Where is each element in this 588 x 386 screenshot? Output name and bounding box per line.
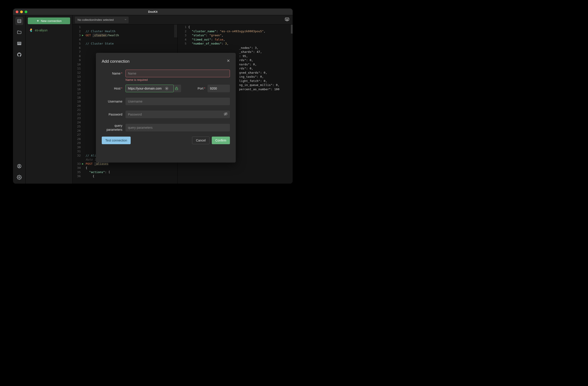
confirm-button[interactable]: Confirm	[212, 136, 230, 144]
assistant-icon[interactable]	[285, 17, 290, 23]
toolbar: No collection/index selected	[73, 15, 293, 25]
svg-rect-3	[17, 42, 21, 43]
activity-bar	[13, 15, 25, 184]
svg-rect-4	[17, 43, 21, 44]
close-icon[interactable]	[225, 58, 231, 64]
svg-point-16	[288, 19, 288, 19]
new-connection-button[interactable]: New connection	[28, 18, 70, 24]
chevron-down-icon	[124, 18, 127, 21]
svg-rect-0	[18, 19, 21, 23]
connections-icon[interactable]	[15, 17, 23, 25]
query-params-input[interactable]	[126, 124, 230, 132]
layers-icon[interactable]	[15, 39, 23, 47]
side-panel: New connection es-aliyun	[25, 15, 73, 184]
svg-point-7	[19, 165, 20, 166]
name-input[interactable]	[126, 70, 230, 77]
folder-icon[interactable]	[15, 28, 23, 36]
index-selector-value: No collection/index selected	[78, 18, 114, 21]
username-input[interactable]	[126, 98, 230, 105]
host-label: Host*	[102, 87, 126, 90]
connection-name: es-aliyun	[35, 28, 47, 32]
clear-icon[interactable]: ✕	[165, 87, 168, 90]
svg-point-13	[30, 30, 31, 31]
password-label: Password	[102, 113, 126, 116]
gear-icon[interactable]	[15, 173, 23, 181]
svg-point-15	[286, 19, 287, 19]
add-connection-dialog: Add connection Name* Name is required Ho…	[96, 53, 236, 163]
svg-rect-14	[285, 18, 289, 20]
svg-rect-5	[17, 45, 21, 45]
user-icon[interactable]	[15, 162, 23, 170]
username-label: Username	[102, 100, 126, 103]
titlebar: DocKit	[13, 8, 293, 15]
port-input[interactable]	[208, 85, 230, 92]
svg-rect-19	[175, 88, 178, 90]
test-connection-button[interactable]: Test connection	[102, 136, 131, 144]
svg-point-8	[19, 177, 20, 178]
dialog-title: Add connection	[102, 59, 230, 64]
query-params-label: queryparameters	[102, 124, 126, 132]
github-icon[interactable]	[15, 51, 23, 59]
new-connection-label: New connection	[41, 19, 62, 23]
elasticsearch-icon	[29, 28, 33, 32]
name-label: Name*	[102, 72, 126, 75]
app-title: DocKit	[13, 10, 293, 13]
app-window: DocKit N	[13, 8, 293, 184]
password-input[interactable]	[126, 111, 230, 118]
name-error: Name is required	[126, 78, 230, 81]
connection-item[interactable]: es-aliyun	[28, 26, 70, 34]
minimap	[291, 25, 293, 34]
cancel-button[interactable]: Cancel	[192, 136, 210, 144]
eye-off-icon[interactable]	[224, 112, 228, 117]
port-label: Port*	[198, 87, 205, 90]
index-selector[interactable]: No collection/index selected	[75, 17, 129, 23]
